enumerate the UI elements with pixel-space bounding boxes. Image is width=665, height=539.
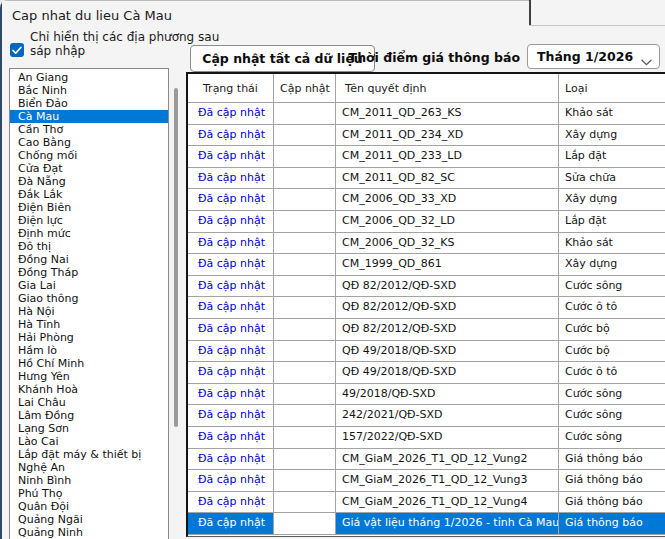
cell-status: Đã cập nhật: [188, 276, 274, 298]
province-item[interactable]: Hà Nội: [10, 305, 168, 318]
cell-status: Đã cập nhật: [188, 233, 274, 255]
table-row[interactable]: Đã cập nhậtQĐ 49/2018/QĐ-SXDCước bộ: [188, 341, 665, 363]
price-time-dropdown[interactable]: Tháng 1/2026: [527, 44, 660, 69]
province-item[interactable]: Lắp đặt máy & thiết bị: [10, 448, 168, 461]
province-item[interactable]: Hưng Yên: [10, 370, 168, 383]
province-item[interactable]: Phú Thọ: [10, 487, 168, 500]
table-row[interactable]: Đã cập nhậtCM_GiaM_2026_T1_QD_12_Vung3Gi…: [188, 470, 665, 492]
scrollbar-thumb[interactable]: [174, 88, 178, 427]
province-item[interactable]: An Giang: [10, 71, 168, 84]
window-title: Cap nhat du lieu Cà Mau: [12, 8, 172, 23]
background-window-edge-horizontal: [529, 25, 665, 26]
table-row[interactable]: Đã cập nhậtCM_2011_QD_263_KSKhảo sát: [188, 103, 665, 125]
cell-update: [274, 470, 336, 492]
cell-type: Cước sông: [559, 427, 665, 449]
cell-name: Giá vật liệu tháng 1/2026 - tỉnh Cà Mau: [336, 513, 559, 535]
province-item[interactable]: Hà Tĩnh: [10, 318, 168, 331]
cell-status: Đã cập nhật: [188, 384, 274, 406]
province-item[interactable]: Quảng Ninh: [10, 526, 168, 539]
province-item[interactable]: Giao thông: [10, 292, 168, 305]
cell-status: Đã cập nhật: [188, 297, 274, 319]
cell-name: CM_GiaM_2026_T1_QD_12_Vung4: [336, 492, 559, 514]
province-item[interactable]: Cao Bằng: [10, 136, 168, 149]
cell-type: Xây dựng: [559, 189, 665, 211]
cell-update: [274, 319, 336, 341]
province-item[interactable]: Nghệ An: [10, 461, 168, 474]
province-list[interactable]: An GiangBắc NinhBiển ĐảoCà MauCần ThơCao…: [9, 68, 169, 539]
table-row[interactable]: Đã cập nhậtCM_GiaM_2026_T1_QD_12_Vung2Gi…: [188, 449, 665, 471]
province-item[interactable]: Bắc Ninh: [10, 84, 168, 97]
table-row[interactable]: Đã cập nhậtQĐ 49/2018/QĐ-SXDCước ô tô: [188, 362, 665, 384]
cell-type: Cước ô tô: [559, 297, 665, 319]
province-item[interactable]: Quân Đội: [10, 500, 168, 513]
table-row[interactable]: Đã cập nhật49/2018/QĐ-SXDCước sông: [188, 384, 665, 406]
table-row[interactable]: Đã cập nhậtQĐ 82/2012/QĐ-SXDCước ô tô: [188, 297, 665, 319]
province-item[interactable]: Đô thị: [10, 240, 168, 253]
table-row[interactable]: Đã cập nhậtCM_2011_QD_82_SCSửa chữa: [188, 168, 665, 190]
cell-update: [274, 297, 336, 319]
checkbox-label-line2: sáp nhập: [30, 44, 85, 58]
cell-name: CM_2011_QD_82_SC: [336, 168, 559, 190]
cell-update: [274, 211, 336, 233]
province-item[interactable]: Hầm lò: [10, 344, 168, 357]
table-row[interactable]: Đã cập nhậtCM_2006_QD_32_LDLắp đặt: [188, 211, 665, 233]
province-item[interactable]: Cửa Đạt: [10, 162, 168, 175]
province-item[interactable]: Lào Cai: [10, 435, 168, 448]
cell-name: CM_GiaM_2026_T1_QD_12_Vung2: [336, 449, 559, 471]
cell-type: Cước sông: [559, 276, 665, 298]
province-item[interactable]: Điện lực: [10, 214, 168, 227]
cell-name: QĐ 49/2018/QĐ-SXD: [336, 362, 559, 384]
province-item[interactable]: Ninh Bình: [10, 474, 168, 487]
province-item[interactable]: Điện Biên: [10, 201, 168, 214]
province-item[interactable]: Lâm Đồng: [10, 409, 168, 422]
table-row[interactable]: Đã cập nhậtCM_GiaM_2026_T1_QD_12_Vung4Gi…: [188, 492, 665, 514]
province-item[interactable]: Gia Lai: [10, 279, 168, 292]
cell-status: Đã cập nhật: [188, 362, 274, 384]
table-row[interactable]: Đã cập nhật157/2022/QĐ-SXDCước sông: [188, 427, 665, 449]
province-item[interactable]: Định mức: [10, 227, 168, 240]
header-type: Loại: [559, 74, 665, 102]
cell-status: Đã cập nhật: [188, 125, 274, 147]
cell-status: Đã cập nhật: [188, 427, 274, 449]
table-row[interactable]: Đã cập nhật242/2021/QĐ-SXDCước sông: [188, 405, 665, 427]
table-row[interactable]: Đã cập nhậtCM_2006_QD_32_KSKhảo sát: [188, 233, 665, 255]
province-item[interactable]: Hải Phòng: [10, 331, 168, 344]
table-row[interactable]: Đã cập nhậtCM_2006_QD_33_XDXây dựng: [188, 189, 665, 211]
cell-name: CM_1999_QD_861: [336, 254, 559, 276]
cell-type: Sửa chữa: [559, 168, 665, 190]
province-item[interactable]: Biển Đảo: [10, 97, 168, 110]
province-item[interactable]: Quảng Ngãi: [10, 513, 168, 526]
province-item[interactable]: Lạng Sơn: [10, 422, 168, 435]
province-list-scrollbar[interactable]: [173, 70, 178, 535]
province-item[interactable]: Đắk Lắk: [10, 188, 168, 201]
cell-status: Đã cập nhật: [188, 254, 274, 276]
table-row[interactable]: Đã cập nhậtCM_2011_QD_233_LDLắp đặt: [188, 146, 665, 168]
checkbox-checked-icon[interactable]: [10, 43, 24, 57]
cell-status: Đã cập nhật: [188, 341, 274, 363]
table-row[interactable]: Đã cập nhậtGiá vật liệu tháng 1/2026 - t…: [188, 513, 665, 535]
province-item[interactable]: Đồng Nai: [10, 253, 168, 266]
cell-name: CM_2011_QD_233_LD: [336, 146, 559, 168]
province-item[interactable]: Cà Mau: [10, 110, 168, 123]
update-all-button[interactable]: Cập nhật tất cả dữ liệu: [190, 45, 375, 72]
province-item[interactable]: Cần Thơ: [10, 123, 168, 136]
header-decision-name: Tên quyết định: [336, 74, 559, 102]
cell-type: Cước bộ: [559, 319, 665, 341]
cell-type: Giá thông báo: [559, 513, 665, 535]
cell-update: [274, 254, 336, 276]
province-item[interactable]: Đà Nẵng: [10, 175, 168, 188]
cell-update: [274, 146, 336, 168]
province-item[interactable]: Khánh Hoà: [10, 383, 168, 396]
table-row[interactable]: Đã cập nhậtCM_1999_QD_861Xây dựng: [188, 254, 665, 276]
province-item[interactable]: Hồ Chí Minh: [10, 357, 168, 370]
province-item[interactable]: Lai Châu: [10, 396, 168, 409]
table-row[interactable]: Đã cập nhậtQĐ 82/2012/QĐ-SXDCước sông: [188, 276, 665, 298]
cell-type: Xây dựng: [559, 254, 665, 276]
cell-name: CM_2011_QD_263_KS: [336, 103, 559, 125]
cell-update: [274, 233, 336, 255]
table-row[interactable]: Đã cập nhậtQĐ 82/2012/QĐ-SXDCước bộ: [188, 319, 665, 341]
province-item[interactable]: Đồng Tháp: [10, 266, 168, 279]
table-row[interactable]: Đã cập nhậtCM_2011_QD_234_XDXây dựng: [188, 125, 665, 147]
decisions-table: Trạng thái Cập nhật Tên quyết định Loại …: [186, 72, 665, 537]
province-item[interactable]: Chống mối: [10, 149, 168, 162]
